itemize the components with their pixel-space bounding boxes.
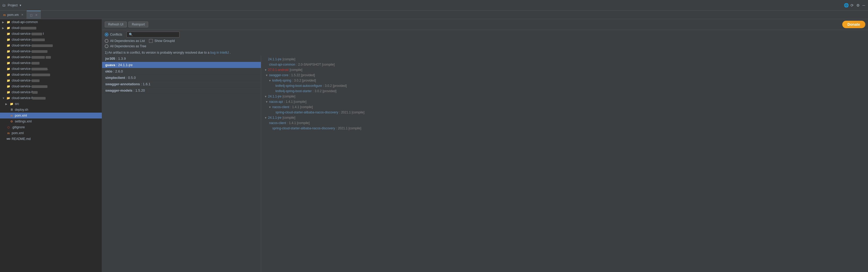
sidebar-item-cloud-service-6[interactable]: 📁 cloud-service- xyxy=(0,60,102,66)
donate-button[interactable]: Donate xyxy=(842,21,865,28)
search-input[interactable] xyxy=(126,32,180,37)
tab-maven-icon: m xyxy=(3,13,6,17)
tree-arrow-icon: ▼ xyxy=(266,74,268,77)
conflicts-radio-dot xyxy=(105,33,108,36)
tree-item-5: knife4j-spring-boot-autoconfigure : 3.0.… xyxy=(261,83,868,88)
sidebar-item-cloud2[interactable]: ▶ 📁 cloud- xyxy=(0,25,102,31)
full-toolbar: Refresh UI Reimport Donate xyxy=(105,21,865,28)
tree-item-7: ▼ 24.1.1-jre [compile] xyxy=(261,94,868,99)
show-groupid-checkbox[interactable]: Show GroupId xyxy=(149,39,175,43)
sidebar-item-readme[interactable]: MD README.md xyxy=(0,136,102,142)
sidebar-item-pom-xml[interactable]: m pom.xml xyxy=(0,113,102,118)
settings-icon[interactable]: ⚙ xyxy=(856,3,860,7)
tab-pom-label: pom.xm xyxy=(7,13,19,17)
folder-icon: 📁 xyxy=(9,102,14,106)
all-deps-tree-label: All Dependencies as Tree xyxy=(110,44,146,48)
main-layout: ▶ 📁 cloud-api-common ▶ 📁 cloud- 📁 cloud-… xyxy=(0,19,868,272)
folder-icon: 📁 xyxy=(6,55,10,59)
folder-icon: 📁 xyxy=(6,20,10,24)
sidebar-item-settings-xml[interactable]: ⚙ settings.xml xyxy=(0,118,102,124)
tab-active[interactable]: ◻ ✕ xyxy=(27,10,41,19)
content-area: Refresh UI Reimport Donate Conflicts xyxy=(102,19,868,272)
sidebar-item-cloud-service-f1[interactable]: 📁 cloud-service-f xyxy=(0,89,102,95)
conflicts-radio[interactable]: Conflicts xyxy=(105,33,122,36)
sidebar-item-cloud-api-common[interactable]: ▶ 📁 cloud-api-common xyxy=(0,19,102,25)
tree-item-3: ▼ swagger-core : 1.5.22 [provided] xyxy=(261,73,868,78)
all-deps-list-radio-dot xyxy=(105,39,108,43)
tree-item-4: ▼ knife4j-spring : 3.0.2 [provided] xyxy=(261,78,868,83)
tree-arrow-icon: ▼ xyxy=(264,69,267,72)
all-deps-tree-radio[interactable]: All Dependencies as Tree xyxy=(105,44,146,48)
sidebar: ▶ 📁 cloud-api-common ▶ 📁 cloud- 📁 cloud-… xyxy=(0,19,102,272)
arrow-icon: ▶ xyxy=(2,21,5,24)
show-groupid-checkbox-box xyxy=(149,39,153,43)
maven-icon: m xyxy=(6,131,10,135)
dep-item-guava[interactable]: guava : 24.1.1-jre xyxy=(102,62,261,68)
info-link[interactable]: bug in IntelliJ xyxy=(210,51,229,54)
sidebar-item-deploy-sh[interactable]: 🖹 deploy.sh xyxy=(0,107,102,113)
all-deps-list-label: All Dependencies as List xyxy=(110,39,145,43)
folder-icon: 📁 xyxy=(6,26,10,30)
sidebar-item-cloud-service-8[interactable]: 📁 cloud-service- xyxy=(0,72,102,78)
folder-open-icon: 📂 xyxy=(6,96,10,100)
sidebar-item-cloud-service-3[interactable]: 📁 cloud-service- xyxy=(0,43,102,48)
tree-item-2: ▼ 27.0.1-android [compile] xyxy=(261,67,868,73)
reimport-button[interactable]: Reimport xyxy=(128,22,148,27)
project-dropdown-icon[interactable]: ▾ xyxy=(20,3,21,7)
tab-bar: m pom.xm ✕ ◻ ✕ xyxy=(0,10,868,19)
folder-icon: 📁 xyxy=(6,32,10,36)
arrow-open-icon: ▼ xyxy=(2,97,5,100)
dep-item-swagger-annotations[interactable]: swagger-annotations : 1.6.1 xyxy=(102,81,261,87)
show-groupid-label: Show GroupId xyxy=(154,39,175,43)
sidebar-item-gitignore[interactable]: ⬡ .gitignore xyxy=(0,124,102,130)
options-inline-3: All Dependencies as Tree xyxy=(105,44,180,48)
info-prefix: 1) An artifact is in conflict, its versi… xyxy=(105,51,210,54)
globe-icon[interactable]: 🌐 xyxy=(844,3,848,7)
tab-pom-xm[interactable]: m pom.xm ✕ xyxy=(0,10,27,19)
arrow-icon: ▶ xyxy=(5,103,8,105)
md-icon: MD xyxy=(6,137,10,141)
dep-item-swagger-models[interactable]: swagger-models : 1.5.20 xyxy=(102,87,261,94)
folder-icon: 📁 xyxy=(6,61,10,65)
tab-active-icon: ◻ xyxy=(30,13,33,17)
info-text: 1) An artifact is in conflict, its versi… xyxy=(102,50,868,56)
dependency-list: jsr305 : 1.3.9 guava : 24.1.1-jre okio :… xyxy=(102,56,261,272)
dep-item-jsr305[interactable]: jsr305 : 1.3.9 xyxy=(102,56,261,62)
tree-arrow-icon: ▼ xyxy=(264,95,267,98)
minus-icon[interactable]: ─ xyxy=(862,3,866,7)
top-bar-icons: 🌐 ⟳ ⚙ ─ xyxy=(844,3,866,7)
folder-icon: 📁 xyxy=(6,84,10,88)
tree-arrow-icon: ▼ xyxy=(266,101,268,103)
folder-icon: 📁 xyxy=(6,43,10,48)
dep-item-okio[interactable]: okio : 2.6.0 xyxy=(102,68,261,75)
sidebar-item-cloud-service-t[interactable]: 📁 cloud-service- t xyxy=(0,31,102,37)
sidebar-item-cloud-service-f2[interactable]: ▼ 📂 cloud-service-f xyxy=(0,95,102,101)
split-panel: jsr305 : 1.3.9 guava : 24.1.1-jre okio :… xyxy=(102,56,868,272)
maven-icon: m xyxy=(9,113,14,118)
all-deps-list-radio[interactable]: All Dependencies as List xyxy=(105,39,145,43)
project-label: Project xyxy=(8,3,18,7)
sidebar-item-src[interactable]: ▶ 📁 src xyxy=(0,101,102,107)
tree-item-1: cloud-api-common : 2.0-SNAPSHOT [compile… xyxy=(261,62,868,67)
project-icon: 🗂 xyxy=(2,3,6,7)
sidebar-item-cloud-service-7[interactable]: 📁 cloud-service-. xyxy=(0,66,102,72)
sidebar-item-cloud-service-10[interactable]: 📁 cloud-service- xyxy=(0,83,102,89)
dep-item-simpleclient[interactable]: simpleclient : 0.5.0 xyxy=(102,75,261,81)
tab-active-close[interactable]: ✕ xyxy=(35,13,37,17)
sidebar-item-cloud-service-2[interactable]: 📁 cloud-service- xyxy=(0,37,102,43)
options-block: Conflicts All Dependencies as List Show … xyxy=(105,32,180,48)
folder-icon: 📁 xyxy=(6,90,10,94)
refresh-ui-button[interactable]: Refresh UI xyxy=(105,22,127,27)
folder-icon: 📁 xyxy=(6,37,10,42)
sync-icon[interactable]: ⟳ xyxy=(850,3,854,7)
all-deps-tree-radio-dot xyxy=(105,44,108,48)
tree-item-0: 24.1.1-jre [compile] xyxy=(261,57,868,62)
tree-item-8: ▼ nacos-api : 1.4.1 [compile] xyxy=(261,99,868,104)
sidebar-item-cloud-service-9[interactable]: 📁 cloud-service- xyxy=(0,78,102,83)
git-icon: ⬡ xyxy=(6,125,10,129)
tree-arrow-icon: ▼ xyxy=(269,79,271,82)
sidebar-item-cloud-service-4[interactable]: 📁 cloud-service- xyxy=(0,48,102,54)
sidebar-item-pom-root[interactable]: m pom.xml xyxy=(0,130,102,136)
sidebar-item-cloud-service-5[interactable]: 📁 cloud-service- xyxy=(0,54,102,60)
tab-close-icon[interactable]: ✕ xyxy=(21,13,23,16)
